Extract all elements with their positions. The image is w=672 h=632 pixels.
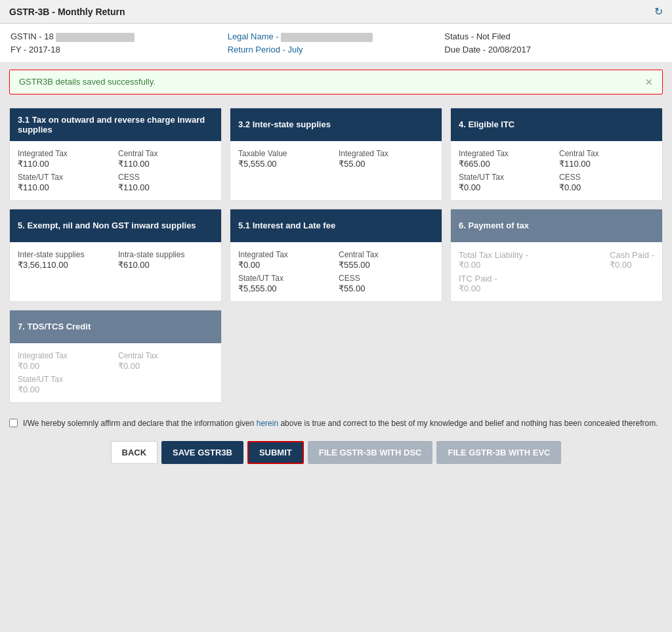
due-date-label: Due Date - 20/08/2017: [444, 45, 531, 54]
section-6-header: 6. Payment of tax: [451, 209, 662, 242]
section-32-header: 3.2 Inter-state supplies: [230, 108, 442, 141]
footer-buttons: BACK SAVE GSTR3B SUBMIT FILE GSTR-3B WIT…: [0, 434, 672, 473]
bottom-cards-row: 7. TDS/TCS Credit Integrated Tax ₹0.00 C…: [9, 310, 663, 403]
fy-label: FY - 2017-18: [10, 45, 60, 54]
return-period-label: Return Period - July: [228, 45, 303, 54]
integrated-tax-item: Integrated Tax ₹0.00: [238, 250, 333, 270]
legal-name-label: Legal Name -: [228, 32, 279, 41]
header-info: GSTIN - 18 Legal Name - Status - Not Fil…: [0, 24, 672, 63]
status-row: Status - Not Filed: [444, 32, 662, 42]
central-tax-item: Central Tax ₹0.00: [118, 351, 213, 371]
gstin-row: GSTIN - 18: [10, 32, 228, 42]
section-4-header: 4. Eligible ITC: [451, 108, 662, 141]
total-tax-item: Total Tax Liability - ₹0.00: [459, 250, 528, 270]
section-7-body: Integrated Tax ₹0.00 Central Tax ₹0.00 S…: [10, 343, 221, 402]
title-bar: GSTR-3B - Monthly Return ↻: [0, 0, 672, 24]
success-banner: GSTR3B details saved successfully. ✕: [9, 70, 663, 95]
fy-row: FY - 2017-18: [10, 45, 228, 54]
integrated-tax-item: Integrated Tax ₹0.00: [18, 351, 113, 371]
top-cards-row: 3.1 Tax on outward and reverse charge in…: [9, 108, 663, 201]
section-7-header: 7. TDS/TCS Credit: [10, 310, 221, 343]
declaration-checkbox[interactable]: [9, 419, 18, 427]
main-content: 3.1 Tax on outward and reverse charge in…: [0, 101, 672, 410]
section-5-header: 5. Exempt, nil and Non GST inward suppli…: [10, 209, 221, 242]
declaration-text: I/We hereby solemnly affirm and declare …: [23, 417, 658, 429]
integrated-tax-item: Integrated Tax ₹110.00: [18, 149, 113, 169]
legal-name-row: Legal Name -: [228, 32, 445, 42]
section-5-card: 5. Exempt, nil and Non GST inward suppli…: [9, 209, 222, 302]
state-ut-tax-item: State/UT Tax ₹110.00: [18, 173, 113, 192]
section-31-card: 3.1 Tax on outward and reverse charge in…: [9, 108, 222, 201]
section-51-card: 5.1 Interest and Late fee Integrated Tax…: [230, 209, 442, 302]
state-ut-tax-item: State/UT Tax ₹5,555.00: [238, 274, 333, 293]
section-5-body: Inter-state supplies ₹3,56,110.00 Intra-…: [10, 242, 221, 278]
section-31-header: 3.1 Tax on outward and reverse charge in…: [10, 108, 221, 141]
cess-item: CESS ₹0.00: [559, 173, 654, 192]
gstin-label: GSTIN - 18: [10, 32, 54, 41]
middle-cards-row: 5. Exempt, nil and Non GST inward suppli…: [9, 209, 663, 302]
section-4-body: Integrated Tax ₹665.00 Central Tax ₹110.…: [451, 141, 662, 200]
section-51-header: 5.1 Interest and Late fee: [230, 209, 442, 242]
refresh-icon[interactable]: ↻: [654, 5, 663, 18]
inter-state-item: Inter-state supplies ₹3,56,110.00: [18, 250, 113, 270]
return-period-row: Return Period - July: [228, 45, 445, 54]
due-date-row: Due Date - 20/08/2017: [444, 45, 662, 54]
cess-item: CESS ₹110.00: [118, 173, 213, 192]
central-tax-item: Central Tax ₹555.00: [339, 250, 434, 270]
section-51-body: Integrated Tax ₹0.00 Central Tax ₹555.00…: [230, 242, 442, 301]
section-6-card: 6. Payment of tax Total Tax Liability - …: [450, 209, 663, 302]
gstin-value: [56, 33, 135, 42]
itc-paid-item: ITC Paid - ₹0.00: [459, 274, 654, 293]
central-tax-item: Central Tax ₹110.00: [559, 149, 654, 169]
submit-button[interactable]: SUBMIT: [247, 441, 304, 464]
integrated-tax-item: Integrated Tax ₹55.00: [339, 149, 434, 169]
file-evc-button[interactable]: FILE GSTR-3B WITH EVC: [436, 441, 561, 464]
taxable-value-item: Taxable Value ₹5,555.00: [238, 149, 333, 169]
close-icon[interactable]: ✕: [645, 77, 653, 87]
section-31-body: Integrated Tax ₹110.00 Central Tax ₹110.…: [10, 141, 221, 200]
footer-declaration: I/We hereby solemnly affirm and declare …: [9, 417, 663, 429]
save-button[interactable]: SAVE GSTR3B: [161, 441, 243, 464]
legal-name-value: [281, 33, 373, 42]
state-ut-tax-item: State/UT Tax ₹0.00: [18, 375, 113, 394]
section-6-body: Total Tax Liability - ₹0.00 Cash Paid - …: [451, 242, 662, 301]
cess-item: CESS ₹55.00: [339, 274, 434, 293]
section-32-card: 3.2 Inter-state supplies Taxable Value ₹…: [230, 108, 442, 201]
integrated-tax-item: Integrated Tax ₹665.00: [459, 149, 554, 169]
status-label: Status - Not Filed: [444, 32, 510, 41]
file-dsc-button[interactable]: FILE GSTR-3B WITH DSC: [308, 441, 433, 464]
section-32-body: Taxable Value ₹5,555.00 Integrated Tax ₹…: [230, 141, 442, 177]
section-4-card: 4. Eligible ITC Integrated Tax ₹665.00 C…: [450, 108, 663, 201]
state-ut-tax-item: State/UT Tax ₹0.00: [459, 173, 554, 192]
declaration-link[interactable]: herein: [257, 419, 278, 428]
intra-state-item: Intra-state supplies ₹610.00: [118, 250, 213, 270]
central-tax-item: Central Tax ₹110.00: [118, 149, 213, 169]
empty-col-3: [450, 310, 663, 403]
back-button[interactable]: BACK: [111, 441, 158, 464]
page-title: GSTR-3B - Monthly Return: [9, 7, 125, 17]
cash-paid-item: Cash Paid - ₹0.00: [610, 250, 654, 270]
section-7-card: 7. TDS/TCS Credit Integrated Tax ₹0.00 C…: [9, 310, 222, 403]
empty-col-2: [230, 310, 442, 403]
success-message: GSTR3B details saved successfully.: [19, 77, 156, 87]
